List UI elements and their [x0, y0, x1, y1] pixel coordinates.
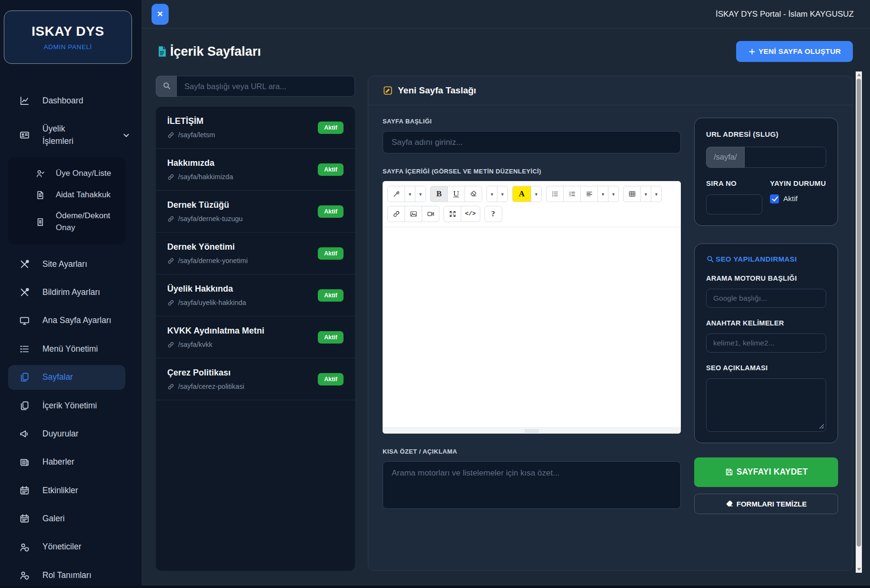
- editor-btn-paragraph-caret[interactable]: ▾: [597, 186, 608, 202]
- publish-checkbox[interactable]: [770, 194, 779, 203]
- editor-btn-link[interactable]: [387, 206, 405, 222]
- editor-btn-picture[interactable]: [405, 206, 422, 222]
- editor-btn-style-caret[interactable]: ▾: [405, 186, 415, 202]
- page-item-url-text: /sayfa/hakkimizda: [178, 173, 233, 181]
- scroll-up-arrow-icon[interactable]: [857, 73, 861, 76]
- seo-description-label: SEO AÇIKLAMASI: [706, 363, 826, 373]
- clear-forms-button[interactable]: FORMLARI TEMİZLE: [694, 494, 838, 514]
- status-badge: Aktif: [318, 331, 344, 344]
- publish-checkbox-row[interactable]: Aktif: [770, 194, 826, 203]
- link-small-icon: [167, 257, 174, 264]
- sidebar-item-site-ayarlari[interactable]: Site Ayarları: [0, 250, 142, 278]
- sidebar-item-label: Üyelik İşlemleri: [42, 123, 94, 147]
- list-ul-icon: [551, 190, 559, 198]
- sidebar-item-label: Etkinlikler: [42, 485, 78, 497]
- new-page-button[interactable]: YENİ SAYFA OLUŞTUR: [736, 41, 853, 62]
- page-list-item[interactable]: Dernek Yönetimi/sayfa/dernek-yonetimiAkt…: [156, 233, 355, 274]
- sidebar-item-rol-tanimlari[interactable]: Rol Tanımları: [0, 561, 142, 588]
- page-list-item[interactable]: KVKK Aydınlatma Metni/sayfa/kvkkAktif: [156, 316, 355, 358]
- pages-panel: İLETİŞİM/sayfa/letsmAktifHakkımızda/sayf…: [156, 76, 355, 571]
- page-list-item[interactable]: Çerez Politikası/sayfa/cerez-politikasiA…: [156, 358, 355, 400]
- file-invoice-icon: [35, 190, 45, 200]
- sidebar-item-label: Menü Yönetimi: [42, 343, 98, 355]
- edit-pencil-icon: [383, 85, 393, 96]
- sidebar-item-label: Rol Tanımları: [42, 569, 91, 581]
- sidebar-item-ana-sayfa-ayarlari[interactable]: Ana Sayfa Ayarları: [0, 306, 142, 335]
- editor-btn-fullscreen[interactable]: [444, 206, 461, 222]
- sidebar-toggle-button[interactable]: ✕: [152, 4, 169, 25]
- summary-textarea[interactable]: [383, 461, 681, 509]
- editor-btn-line-height-caret[interactable]: ▾: [608, 186, 619, 202]
- sidebar-item-dashboard[interactable]: Dashboard: [0, 87, 142, 115]
- page-list-item[interactable]: Üyelik Hakkında/sayfa/uyelik-hakkindaAkt…: [156, 274, 355, 316]
- editor-btn-underline[interactable]: U: [447, 186, 465, 202]
- seo-title-input[interactable]: [706, 289, 826, 308]
- editor-btn-ordered-list[interactable]: 123: [563, 186, 581, 202]
- page-list-item[interactable]: Hakkımızda/sayfa/hakkimizdaAktif: [156, 149, 355, 191]
- editor-btn-font-color[interactable]: A: [512, 186, 531, 202]
- editor-resize-bar[interactable]: [383, 427, 681, 434]
- sidebar-item-icerik-yonetimi[interactable]: İçerik Yönetimi: [0, 392, 142, 420]
- toolbar-group: BU: [430, 186, 482, 202]
- sidebar-item-sayfalar[interactable]: Sayfalar: [8, 365, 125, 389]
- user-shield-icon: [19, 570, 30, 581]
- page-list-item[interactable]: Dernek Tüzüğü/sayfa/dernek-tuzuguAktif: [156, 191, 355, 233]
- vertical-scrollbar[interactable]: [856, 71, 862, 573]
- seo-heading-text: SEO YAPILANDIRMASI: [716, 255, 797, 263]
- editor-btn-style-caret2[interactable]: ▾: [415, 186, 426, 202]
- editor-btn-table[interactable]: [623, 186, 641, 202]
- editor-btn-code-view[interactable]: </>: [461, 206, 480, 222]
- form-main-column: SAYFA BAŞLIĞI SAYFA İÇERİĞİ (GÖRSEL VE M…: [383, 118, 681, 556]
- page-item-url: /sayfa/kvkk: [167, 341, 264, 348]
- page-title-input[interactable]: [383, 131, 681, 153]
- sidebar-item-label: Bildirim Ayarları: [42, 286, 100, 298]
- sidebar-item-label: Galeri: [42, 513, 65, 525]
- tools-icon: [19, 287, 30, 298]
- editor-btn-fontsize-caret[interactable]: ▾: [497, 186, 508, 202]
- page-item-info: Hakkımızda/sayfa/hakkimizda: [167, 158, 233, 181]
- toolbar-group: [387, 206, 439, 222]
- editor-btn-table-caret2[interactable]: ▾: [651, 186, 662, 202]
- sidebar-item-uye-onay-liste[interactable]: Üye Onay/Liste: [8, 163, 125, 184]
- editor-btn-help[interactable]: ?: [485, 206, 502, 222]
- sidebar-item-galeri[interactable]: Galeri: [0, 505, 142, 533]
- sidebar-item-bildirim-ayarlari[interactable]: Bildirim Ayarları: [0, 278, 142, 306]
- seo-description-textarea[interactable]: [706, 378, 826, 432]
- sidebar-item-yoneticiler[interactable]: Yöneticiler: [0, 533, 142, 561]
- seo-search-icon: [706, 255, 714, 263]
- calendar-icon: [19, 513, 30, 524]
- sidebar-item-haberler[interactable]: Haberler: [0, 448, 142, 476]
- sidebar-item-label: Sayfalar: [42, 371, 73, 383]
- editor-content-area[interactable]: [383, 227, 681, 427]
- editor-btn-fontname-caret[interactable]: ▾: [486, 186, 497, 202]
- page-list-item[interactable]: İLETİŞİM/sayfa/letsmAktif: [156, 107, 355, 149]
- sidebar-item-odeme-dekont-onay[interactable]: Ödeme/Dekont Onay: [8, 205, 125, 238]
- sidebar-item-uyelik-islemleri[interactable]: Üyelik İşlemleri: [0, 115, 142, 155]
- sidebar-item-menu-yonetimi[interactable]: Menü Yönetimi: [0, 335, 142, 363]
- image-icon: [410, 210, 417, 218]
- sidebar-item-aidat-tahakkuk[interactable]: Aidat Tahakkuk: [8, 184, 125, 206]
- editor-btn-table-caret[interactable]: ▾: [640, 186, 651, 202]
- seo-keywords-input[interactable]: [706, 334, 826, 353]
- pages-search-input[interactable]: [177, 76, 355, 97]
- pages-list: İLETİŞİM/sayfa/letsmAktifHakkımızda/sayf…: [156, 107, 355, 571]
- save-page-button[interactable]: SAYFAYI KAYDET: [694, 457, 838, 487]
- editor-btn-clear-format[interactable]: [465, 186, 482, 202]
- editor-btn-bold[interactable]: B: [430, 186, 448, 202]
- sidebar-item-etkinlikler[interactable]: Etkinlikler: [0, 476, 142, 505]
- editor-btn-video[interactable]: [422, 206, 439, 222]
- slug-input-group: /sayfa/: [706, 147, 826, 168]
- slug-input[interactable]: [745, 147, 826, 168]
- editor-btn-paragraph[interactable]: [580, 186, 598, 202]
- editor-btn-unordered-list[interactable]: [546, 186, 564, 202]
- order-input[interactable]: [706, 194, 762, 214]
- sidebar-item-duyurular[interactable]: Duyurular: [0, 420, 142, 448]
- editor-btn-style[interactable]: [387, 186, 405, 202]
- list-icon: [19, 344, 30, 355]
- sidebar-submenu: Üye Onay/ListeAidat TahakkukÖdeme/Dekont…: [8, 157, 125, 244]
- scrollbar-thumb[interactable]: [857, 79, 861, 547]
- editor-btn-color-caret[interactable]: ▾: [531, 186, 542, 202]
- summary-label: KISA ÖZET / AÇIKLAMA: [383, 448, 681, 455]
- toolbar-row: ▾▾BU▾▾A▾123▾▾▾▾: [387, 186, 676, 202]
- scroll-down-arrow-icon[interactable]: [857, 568, 861, 571]
